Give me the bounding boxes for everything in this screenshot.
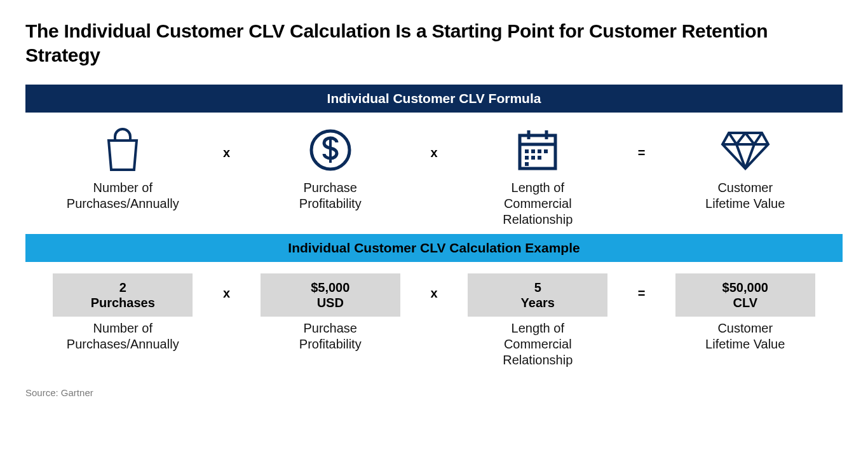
formula-label: CustomerLifetime Value xyxy=(705,180,785,212)
svg-rect-12 xyxy=(525,162,529,166)
formula-label: Number ofPurchases/Annually xyxy=(67,180,179,212)
operator: x xyxy=(214,273,240,301)
formula-item-purchases: Number ofPurchases/Annually xyxy=(32,124,214,212)
operator: x xyxy=(421,273,447,301)
svg-rect-10 xyxy=(531,156,535,160)
svg-rect-7 xyxy=(538,149,541,153)
example-label: CustomerLifetime Value xyxy=(705,320,785,352)
operator: = xyxy=(629,273,654,301)
formula-label: PurchaseProfitability xyxy=(299,180,362,212)
formula-item-relationship: Length ofCommercialRelationship xyxy=(447,124,629,228)
svg-rect-5 xyxy=(525,149,529,153)
formula-item-profitability: PurchaseProfitability xyxy=(240,124,422,212)
value-line: 2 xyxy=(119,280,126,295)
svg-rect-11 xyxy=(538,156,541,160)
example-item-clv: $50,000 CLV CustomerLifetime Value xyxy=(654,273,837,352)
value-box: 5 Years xyxy=(468,273,607,317)
example-item-profitability: $5,000 USD PurchaseProfitability xyxy=(240,273,422,352)
operator: = xyxy=(629,124,654,160)
example-item-relationship: 5 Years Length ofCommercialRelationship xyxy=(447,273,629,368)
formula-banner: Individual Customer CLV Formula xyxy=(25,85,843,113)
example-label: Length ofCommercialRelationship xyxy=(503,320,573,368)
calendar-icon xyxy=(516,124,559,176)
value-line: USD xyxy=(317,295,344,310)
value-line: $5,000 xyxy=(311,280,349,295)
example-row: 2 Purchases Number ofPurchases/Annually … xyxy=(25,262,843,375)
diamond-icon xyxy=(720,124,771,176)
value-line: Years xyxy=(521,295,555,310)
example-label: PurchaseProfitability xyxy=(299,320,362,352)
formula-item-clv: CustomerLifetime Value xyxy=(654,124,837,212)
source-text: Source: Gartner xyxy=(25,387,843,398)
value-line: $50,000 xyxy=(722,280,768,295)
example-item-purchases: 2 Purchases Number ofPurchases/Annually xyxy=(32,273,214,352)
shopping-bag-icon xyxy=(104,124,142,176)
operator: x xyxy=(421,124,447,160)
example-label: Number ofPurchases/Annually xyxy=(67,320,179,352)
value-line: 5 xyxy=(534,280,541,295)
formula-row: Number ofPurchases/Annually x PurchasePr… xyxy=(25,113,843,234)
svg-rect-8 xyxy=(544,149,548,153)
page-title: The Individual Customer CLV Calculation … xyxy=(25,19,843,67)
value-box: 2 Purchases xyxy=(53,273,193,317)
formula-label: Length ofCommercialRelationship xyxy=(503,180,573,228)
example-banner: Individual Customer CLV Calculation Exam… xyxy=(25,234,843,262)
svg-rect-9 xyxy=(525,156,529,160)
value-box: $50,000 CLV xyxy=(675,273,815,317)
dollar-icon xyxy=(308,124,353,176)
value-line: CLV xyxy=(733,295,757,310)
value-box: $5,000 USD xyxy=(261,273,400,317)
svg-rect-6 xyxy=(531,149,535,153)
operator: x xyxy=(214,124,240,160)
value-line: Purchases xyxy=(91,295,155,310)
